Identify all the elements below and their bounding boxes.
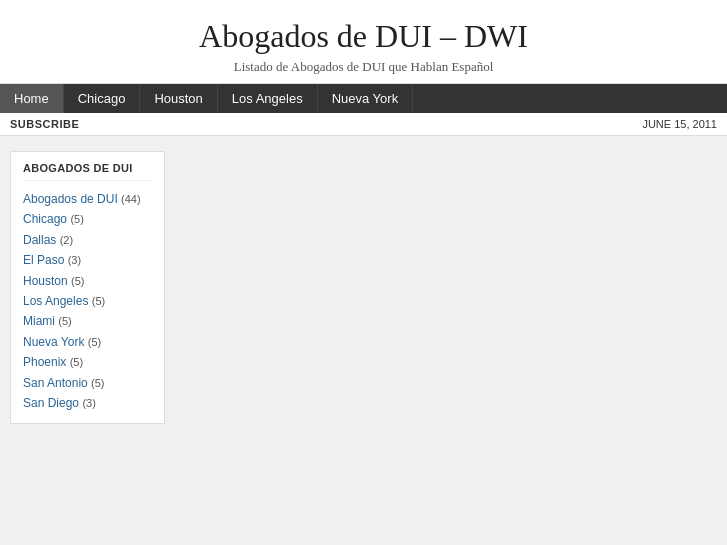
sidebar-link-miami[interactable]: Miami (5) <box>23 311 152 331</box>
sidebar-link-san-diego[interactable]: San Diego (3) <box>23 393 152 413</box>
date-label: JUNE 15, 2011 <box>642 118 717 130</box>
link-count: (3) <box>68 254 81 266</box>
sidebar-link-phoenix[interactable]: Phoenix (5) <box>23 352 152 372</box>
nav-item-chicago[interactable]: Chicago <box>64 84 141 113</box>
sidebar-link-nueva-york[interactable]: Nueva York (5) <box>23 332 152 352</box>
sidebar-link-abogados-de-dui[interactable]: Abogados de DUI (44) <box>23 189 152 209</box>
sidebar-link-houston[interactable]: Houston (5) <box>23 271 152 291</box>
sidebar-link-los-angeles[interactable]: Los Angeles (5) <box>23 291 152 311</box>
link-count: (5) <box>70 213 83 225</box>
link-count: (2) <box>60 234 73 246</box>
link-count: (5) <box>88 336 101 348</box>
sidebar: ABOGADOS DE DUI Abogados de DUI (44)Chic… <box>10 151 165 481</box>
sidebar-link-el-paso[interactable]: El Paso (3) <box>23 250 152 270</box>
link-count: (5) <box>91 377 104 389</box>
sidebar-box: ABOGADOS DE DUI Abogados de DUI (44)Chic… <box>10 151 165 424</box>
main-content <box>180 151 717 481</box>
sidebar-link-san-antonio[interactable]: San Antonio (5) <box>23 373 152 393</box>
link-count: (5) <box>70 356 83 368</box>
nav-item-los-angeles[interactable]: Los Angeles <box>218 84 318 113</box>
nav-item-nueva-york[interactable]: Nueva York <box>318 84 414 113</box>
page-subtitle: Listado de Abogados de DUI que Hablan Es… <box>10 59 717 75</box>
nav-item-houston[interactable]: Houston <box>140 84 217 113</box>
page-title: Abogados de DUI – DWI <box>10 18 717 55</box>
main-nav: HomeChicagoHoustonLos AngelesNueva York <box>0 84 727 113</box>
toolbar: SUBSCRIBE JUNE 15, 2011 <box>0 113 727 136</box>
subscribe-label[interactable]: SUBSCRIBE <box>10 118 79 130</box>
sidebar-box-title: ABOGADOS DE DUI <box>23 162 152 181</box>
sidebar-link-chicago[interactable]: Chicago (5) <box>23 209 152 229</box>
link-count: (5) <box>92 295 105 307</box>
link-count: (3) <box>82 397 95 409</box>
nav-item-home[interactable]: Home <box>0 84 64 113</box>
sidebar-link-dallas[interactable]: Dallas (2) <box>23 230 152 250</box>
link-count: (44) <box>121 193 141 205</box>
link-count: (5) <box>71 275 84 287</box>
link-count: (5) <box>58 315 71 327</box>
sidebar-links: Abogados de DUI (44)Chicago (5)Dallas (2… <box>23 189 152 413</box>
content-area: ABOGADOS DE DUI Abogados de DUI (44)Chic… <box>0 136 727 496</box>
page-header: Abogados de DUI – DWI Listado de Abogado… <box>0 0 727 84</box>
